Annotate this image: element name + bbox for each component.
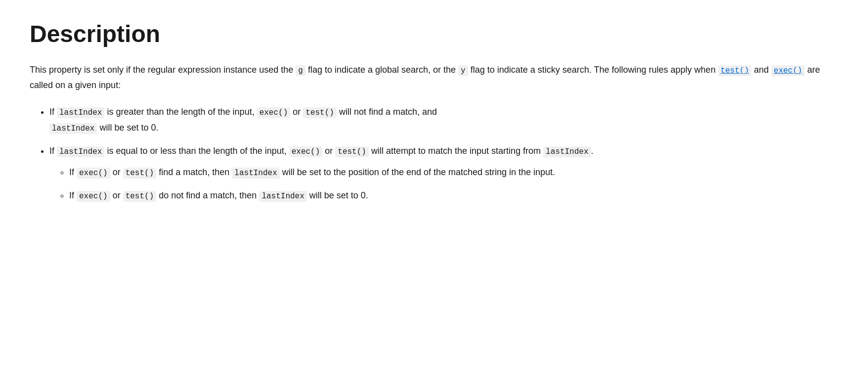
intro-text-1: This property is set only if the regular… — [30, 65, 296, 75]
list-item-1: If lastIndex is greater than the length … — [49, 104, 838, 135]
test-link[interactable]: test() — [718, 65, 752, 75]
bullet1-code1: lastIndex — [57, 107, 104, 118]
sub2-middle: do not find a match, then — [156, 190, 259, 200]
sub2-code2: test() — [123, 191, 157, 202]
sub1-code3: lastIndex — [232, 168, 279, 179]
sub-list-item-2: If exec() or test() do not find a match,… — [69, 188, 838, 203]
sub-list-item-1: If exec() or test() find a match, then l… — [69, 165, 838, 180]
exec-link-code: exec() — [771, 65, 805, 76]
sub1-or: or — [110, 167, 123, 177]
bullet1-middle: is greater than the length of the input, — [104, 107, 257, 117]
bullet2-end: . — [591, 146, 594, 156]
test-link-code: test() — [718, 65, 752, 76]
bullet1-prefix: If — [49, 107, 57, 117]
sub2-prefix: If — [69, 190, 77, 200]
bullet2-prefix: If — [49, 146, 57, 156]
bullet2-middle: is equal to or less than the length of t… — [104, 146, 289, 156]
exec-link[interactable]: exec() — [771, 65, 805, 75]
intro-text-3: flag to indicate a sticky search. The fo… — [468, 65, 718, 75]
bullet1-code4: lastIndex — [49, 123, 97, 134]
intro-paragraph: This property is set only if the regular… — [30, 62, 838, 93]
intro-text-2: flag to indicate a global search, or the — [305, 65, 458, 75]
sub1-suffix: will be set to the position of the end o… — [280, 167, 555, 177]
bullet2-code4: lastIndex — [543, 146, 591, 157]
main-bullet-list: If lastIndex is greater than the length … — [49, 104, 838, 203]
bullet2-suffix: will attempt to match the input starting… — [369, 146, 543, 156]
sub1-code1: exec() — [77, 168, 110, 179]
sub2-code1: exec() — [77, 191, 110, 202]
sub2-suffix: will be set to 0. — [307, 190, 368, 200]
flag-g-code: g — [296, 65, 305, 76]
bullet1-code3: test() — [303, 107, 337, 118]
bullet1-code2: exec() — [257, 107, 291, 118]
flag-y-code: y — [458, 65, 468, 76]
sub1-middle: find a match, then — [156, 167, 232, 177]
sub1-prefix: If — [69, 167, 77, 177]
sub-bullet-list: If exec() or test() find a match, then l… — [69, 165, 838, 203]
bullet2-code3: test() — [335, 146, 369, 157]
page-title: Description — [30, 20, 838, 48]
list-item-2: If lastIndex is equal to or less than th… — [49, 143, 838, 204]
bullet2-code1: lastIndex — [57, 146, 104, 157]
sub1-code2: test() — [123, 168, 157, 179]
intro-text-4: and — [751, 65, 771, 75]
bullet1-or: or — [290, 107, 303, 117]
bullet2-code2: exec() — [289, 146, 323, 157]
sub2-code3: lastIndex — [259, 191, 306, 202]
sub2-or: or — [110, 190, 123, 200]
bullet2-or: or — [322, 146, 335, 156]
